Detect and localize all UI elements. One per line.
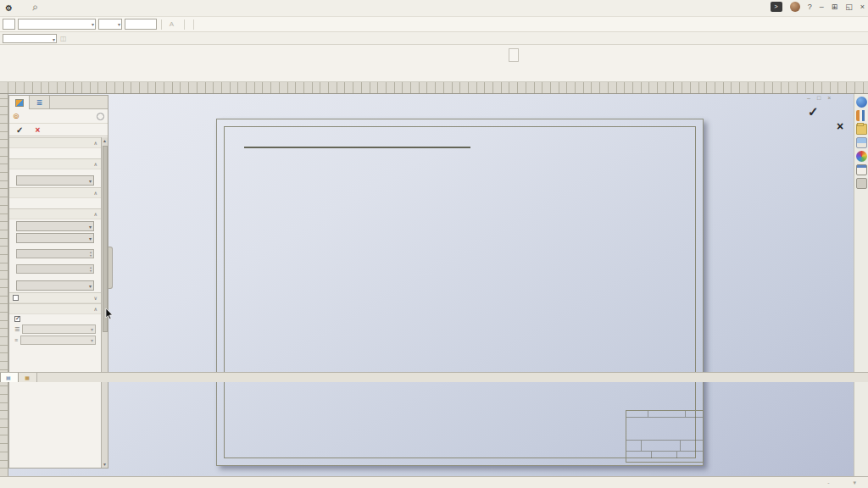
message-section-header[interactable]: ∧: [9, 137, 101, 148]
quantity-section-header[interactable]: ∨: [9, 292, 101, 303]
list-icon: ≣: [36, 98, 43, 107]
panel-body: ∧ ∧ ∧ ∧ ▴▾ ▴▾: [9, 137, 101, 468]
admin-portal-icon[interactable]: >: [771, 2, 782, 12]
font-color-icon[interactable]: A: [166, 20, 177, 28]
property-manager-panel: ≣ ⊚ ✓ × ∧ ∧ ∧: [8, 95, 108, 469]
collapse-icon: ∧: [94, 211, 97, 217]
solidworks-gear-icon: ⚙: [5, 3, 13, 13]
line-style-select[interactable]: [22, 324, 96, 334]
title-block-date: [642, 441, 681, 451]
collapse-icon: ∧: [94, 140, 97, 146]
status-units-caret: ▾: [853, 480, 856, 486]
tab-configurations[interactable]: ≣: [30, 96, 50, 109]
document-title: [487, 0, 699, 17]
status-separator: -: [827, 480, 829, 485]
user-avatar[interactable]: [790, 2, 800, 12]
close-icon[interactable]: ×: [860, 3, 865, 11]
layer-toolbar: ◫: [0, 32, 868, 45]
panel-actions: ✓ ×: [9, 124, 108, 136]
design-library-icon[interactable]: [856, 110, 867, 121]
message-text: [13, 151, 97, 156]
scroll-up-icon[interactable]: ▲: [102, 137, 108, 144]
ok-button[interactable]: ✓: [16, 125, 23, 135]
doc-close-icon[interactable]: ×: [827, 95, 831, 101]
add-sheet-tab[interactable]: ▦: [19, 373, 37, 382]
drawing-sheet[interactable]: [216, 119, 704, 466]
use-document-display-checkbox[interactable]: [9, 314, 101, 324]
style-buttons: [9, 169, 101, 174]
vertical-ruler: [0, 94, 8, 476]
leader-style-section-header[interactable]: ∧: [9, 303, 101, 314]
layer-properties-icon[interactable]: ◫: [60, 35, 67, 42]
note-style-icon[interactable]: [3, 19, 15, 30]
panel-scrollbar[interactable]: ▲ ▼: [101, 137, 108, 468]
font-select[interactable]: [18, 19, 96, 30]
confirmation-ok-icon[interactable]: ✓: [808, 104, 819, 119]
appearances-icon[interactable]: [856, 151, 867, 162]
sheet-tab-active[interactable]: ▤: [0, 373, 19, 382]
floating-toolbar: [509, 48, 519, 62]
user-defined-label: [9, 260, 101, 263]
balloon-settings-section-header[interactable]: ∧: [9, 208, 101, 219]
horizontal-ruler: [0, 82, 868, 93]
expand-icon: ∨: [94, 295, 97, 301]
add-sheet-icon: ▦: [25, 374, 30, 380]
line-thickness-icon: ≡: [14, 337, 18, 343]
spinner-icon[interactable]: ▴▾: [90, 266, 92, 273]
balloon-size-select[interactable]: [16, 233, 94, 243]
tab-property-manager[interactable]: [9, 96, 30, 109]
layout-grid-icon[interactable]: ⊞: [832, 3, 838, 11]
help-icon[interactable]: ?: [808, 3, 812, 11]
app-window: ⚙ ⚲ > ? – ⊞ ◱ × A ◫: [0, 0, 868, 488]
balloon-style-select[interactable]: [16, 221, 94, 231]
window-controls: > ? – ⊞ ◱ ×: [771, 2, 865, 12]
status-bar: - ▾: [0, 476, 868, 488]
panel-help-icon[interactable]: [97, 113, 104, 120]
padding-label: [9, 245, 101, 248]
scroll-down-icon[interactable]: ▼: [102, 461, 108, 468]
sheet-icon: ▤: [6, 374, 11, 380]
pack-and-go-icon[interactable]: [856, 178, 867, 189]
style-select[interactable]: [16, 175, 94, 186]
confirmation-cancel-icon[interactable]: ×: [837, 119, 843, 133]
view-palette-icon[interactable]: [856, 137, 867, 148]
layer-select[interactable]: [3, 34, 57, 43]
cancel-button[interactable]: ×: [35, 125, 40, 135]
style-section-header[interactable]: ∧: [9, 158, 101, 169]
title-block[interactable]: [626, 410, 704, 463]
graphics-area[interactable]: – □ × ✓ × ≣ ⊚ ✓: [0, 94, 868, 476]
property-manager-icon: [15, 99, 24, 107]
minimize-icon[interactable]: –: [820, 3, 824, 11]
custom-properties-icon[interactable]: [856, 164, 867, 175]
stamp-circle: [679, 430, 701, 443]
scrollbar-thumb[interactable]: [103, 146, 108, 332]
quantity-checkbox[interactable]: [13, 295, 19, 301]
title-bar: ⚙ ⚲: [0, 0, 868, 17]
file-explorer-icon[interactable]: [856, 124, 867, 135]
leader-thickness-row: ≡: [9, 335, 101, 346]
resources-icon[interactable]: [856, 97, 867, 108]
doc-restore-icon[interactable]: □: [817, 95, 821, 101]
line-thickness-select[interactable]: [20, 336, 96, 345]
bom-table[interactable]: [244, 147, 470, 148]
doc-minimize-icon[interactable]: –: [807, 95, 810, 101]
font-size-select[interactable]: [98, 19, 122, 30]
task-pane: [854, 94, 868, 476]
text-height-field[interactable]: [125, 19, 157, 30]
command-tab-row: [0, 82, 868, 94]
title-block-main: [626, 418, 703, 441]
title-block-author: [648, 411, 686, 417]
line-style-icon: ☰: [14, 326, 19, 333]
restore-icon[interactable]: ◱: [845, 3, 853, 11]
collapse-icon: ∧: [94, 306, 97, 312]
panel-resize-handle[interactable]: [108, 247, 113, 289]
padding-field[interactable]: ▴▾: [16, 249, 94, 258]
balloon-layout-section-header[interactable]: ∧: [9, 187, 101, 198]
spinner-icon[interactable]: ▴▾: [90, 251, 92, 258]
status-right: - ▾: [768, 480, 856, 486]
panel-tabs: ≣: [9, 96, 108, 109]
pin-icon[interactable]: ⚲: [31, 3, 39, 13]
balloon-text-label: [9, 275, 101, 279]
balloon-text-select[interactable]: [16, 280, 94, 291]
user-defined-field[interactable]: ▴▾: [16, 264, 94, 274]
